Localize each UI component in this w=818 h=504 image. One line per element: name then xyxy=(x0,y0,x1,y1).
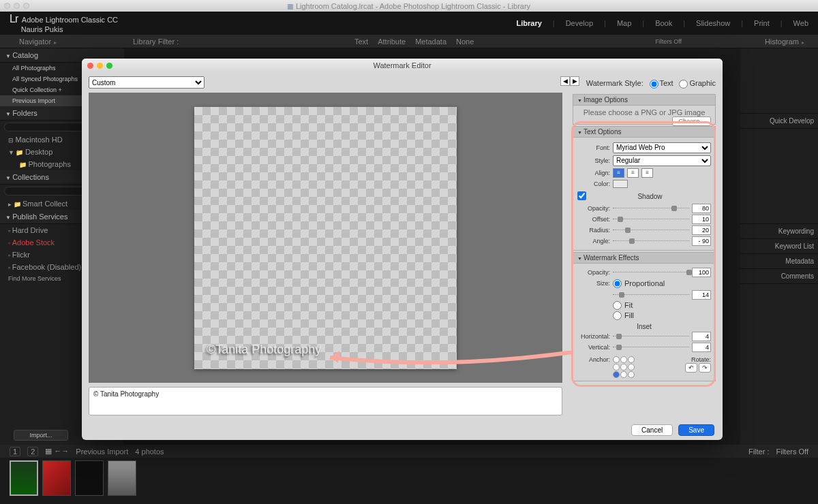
filter-text[interactable]: Text xyxy=(354,37,368,46)
align-left-button[interactable]: ≡ xyxy=(613,168,624,178)
thumb-4[interactable] xyxy=(108,460,136,496)
inset-h-value[interactable] xyxy=(692,332,711,341)
wm-opacity-slider[interactable] xyxy=(613,270,689,275)
import-button[interactable]: Import... xyxy=(14,430,68,441)
font-select[interactable]: Myriad Web Pro xyxy=(613,142,711,153)
text-color-swatch[interactable] xyxy=(613,180,628,188)
page-2[interactable]: 2 xyxy=(27,447,38,456)
page-1[interactable]: 1 xyxy=(10,447,20,456)
cancel-button[interactable]: Cancel xyxy=(631,424,673,436)
watermark-editor-dialog: Watermark Editor Custom ©Tanita Photogra… xyxy=(82,59,723,440)
shadow-angle-slider[interactable] xyxy=(613,238,689,244)
size-fit-radio[interactable] xyxy=(613,301,622,310)
zoom-icon[interactable] xyxy=(106,63,112,69)
module-picker: Library| Develop| Map| Book| Slideshow| … xyxy=(517,19,808,27)
save-button[interactable]: Save xyxy=(678,424,714,436)
inset-label: Inset xyxy=(577,323,711,330)
size-value[interactable] xyxy=(692,290,711,300)
size-slider[interactable] xyxy=(613,292,689,298)
quick-develop-header[interactable]: Quick Develop xyxy=(740,114,818,129)
inset-v-slider[interactable] xyxy=(613,345,689,350)
rotate-ccw-button[interactable]: ↶ xyxy=(685,363,697,373)
shadow-offset-value[interactable] xyxy=(692,215,711,224)
inset-v-value[interactable] xyxy=(692,343,711,352)
image-options-header[interactable]: Image Options xyxy=(573,94,716,106)
module-web[interactable]: Web xyxy=(793,19,808,27)
watermark-preview: ©Tanita Photography xyxy=(89,93,562,383)
align-right-button[interactable]: ≡ xyxy=(641,168,653,178)
dialog-title: Watermark Editor xyxy=(373,61,431,69)
module-slideshow[interactable]: Slideshow xyxy=(696,19,730,27)
library-filter-label: Library Filter : xyxy=(133,37,179,46)
style-graphic-radio[interactable] xyxy=(679,80,688,89)
module-library[interactable]: Library xyxy=(517,19,542,27)
filter-attribute[interactable]: Attribute xyxy=(378,37,406,46)
metadata-header[interactable]: Metadata xyxy=(740,254,818,269)
app-logo: Lr Adobe Lightroom Classic CC Nauris Puk… xyxy=(10,12,118,34)
navigator-panel-label: Navigator xyxy=(0,37,57,46)
inset-h-slider[interactable] xyxy=(613,334,689,339)
shadow-offset-slider[interactable] xyxy=(613,217,689,222)
shadow-opacity-value[interactable] xyxy=(692,204,711,213)
filters-off-bottom[interactable]: Filters Off xyxy=(776,447,808,456)
style-text-radio[interactable] xyxy=(650,80,658,89)
choose-image-button[interactable]: Choose... xyxy=(672,116,711,126)
filter-metadata[interactable]: Metadata xyxy=(415,37,446,46)
photo-count: 4 photos xyxy=(135,447,164,456)
thumb-2[interactable] xyxy=(42,460,71,496)
wm-opacity-value[interactable] xyxy=(692,268,711,277)
rotate-cw-button[interactable]: ↷ xyxy=(699,363,711,373)
size-proportional-radio[interactable] xyxy=(613,279,622,288)
filter-label: Filter : xyxy=(748,447,770,456)
align-center-button[interactable]: ≡ xyxy=(627,168,639,178)
module-book[interactable]: Book xyxy=(655,19,672,27)
image-options-msg: Please choose a PNG or JPG image xyxy=(584,108,706,116)
breadcrumb-source[interactable]: Previous Import xyxy=(76,447,128,456)
thumb-3[interactable] xyxy=(75,460,104,496)
size-fill-radio[interactable] xyxy=(613,311,622,320)
module-develop[interactable]: Develop xyxy=(566,19,593,27)
watermark-style-label: Watermark Style: xyxy=(586,79,643,87)
filter-none[interactable]: None xyxy=(456,37,474,46)
watermark-preset-select[interactable]: Custom xyxy=(89,76,204,89)
window-title: Lightroom Catalog.lrcat - Adobe Photosho… xyxy=(288,2,530,10)
shadow-radius-value[interactable] xyxy=(692,225,711,235)
keywording-header[interactable]: Keywording xyxy=(740,224,818,239)
next-photo-button[interactable]: ▶ xyxy=(570,76,579,86)
close-icon[interactable] xyxy=(87,63,93,69)
watermark-effects-header[interactable]: Watermark Effects xyxy=(573,252,716,264)
comments-header[interactable]: Comments xyxy=(740,269,818,284)
anchor-grid[interactable] xyxy=(613,356,635,378)
shadow-checkbox[interactable] xyxy=(577,191,586,200)
prev-photo-button[interactable]: ◀ xyxy=(560,76,570,86)
watermark-rendered-text: ©Tanita Photography xyxy=(207,343,321,357)
shadow-radius-slider[interactable] xyxy=(613,227,689,233)
thumb-1[interactable] xyxy=(10,460,38,496)
keyword-list-header[interactable]: Keyword List xyxy=(740,239,818,254)
module-print[interactable]: Print xyxy=(754,19,770,27)
shadow-angle-value[interactable] xyxy=(692,236,711,246)
watermark-text-input[interactable]: © Tanita Photography xyxy=(89,387,562,415)
font-style-select[interactable]: Regular xyxy=(613,155,711,166)
minimize-icon[interactable] xyxy=(97,63,103,69)
histogram-panel-label: Histogram xyxy=(765,37,804,46)
shadow-opacity-slider[interactable] xyxy=(613,206,689,211)
text-options-header[interactable]: Text Options xyxy=(573,126,716,138)
module-map[interactable]: Map xyxy=(617,19,631,27)
filters-off-toggle[interactable]: Filters Off xyxy=(655,38,682,45)
